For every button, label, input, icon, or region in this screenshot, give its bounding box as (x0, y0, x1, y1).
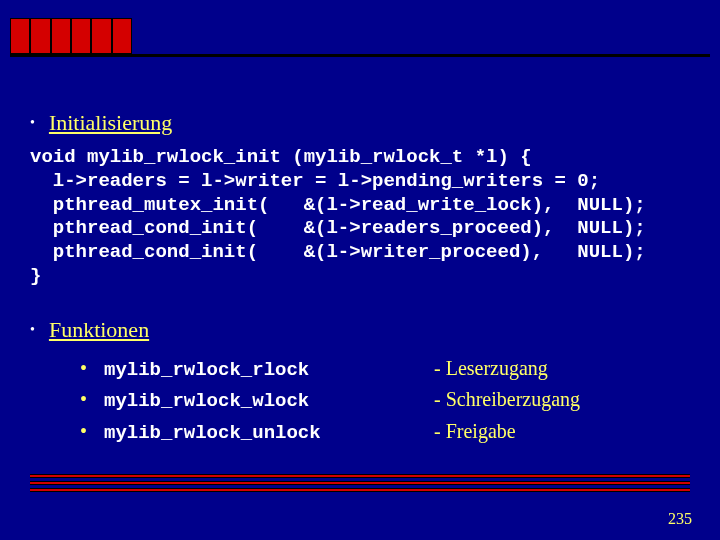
deco-cell (71, 18, 91, 54)
function-desc: - Freigabe (434, 416, 516, 446)
header-rule (10, 54, 710, 57)
bullet-icon: • (80, 416, 104, 446)
header-decoration (10, 18, 132, 54)
list-item: • mylib_rwlock_unlock - Freigabe (80, 416, 690, 448)
section-title-funcs: Funktionen (49, 317, 149, 343)
function-desc: - Leserzugang (434, 353, 548, 383)
page-number: 235 (668, 510, 692, 528)
slide-content: • Initialisierung void mylib_rwlock_init… (30, 110, 690, 447)
bullet-icon: • (80, 384, 104, 414)
deco-cell (10, 18, 30, 54)
deco-cell (112, 18, 132, 54)
function-desc: - Schreiberzugang (434, 384, 580, 414)
bullet-icon: • (80, 353, 104, 383)
code-block-init: void mylib_rwlock_init (mylib_rwlock_t *… (30, 146, 690, 289)
section-heading-funcs: • Funktionen (30, 317, 690, 343)
deco-cell (51, 18, 71, 54)
bullet-icon: • (30, 322, 35, 338)
deco-cell (91, 18, 111, 54)
function-name: mylib_rwlock_unlock (104, 419, 434, 448)
function-list: • mylib_rwlock_rlock - Leserzugang • myl… (80, 353, 690, 448)
deco-line (30, 481, 690, 485)
section-heading-init: • Initialisierung (30, 110, 690, 136)
function-name: mylib_rwlock_wlock (104, 387, 434, 416)
section-title-init: Initialisierung (49, 110, 172, 136)
deco-line (30, 488, 690, 492)
deco-line (30, 474, 690, 478)
deco-cell (30, 18, 50, 54)
bullet-icon: • (30, 115, 35, 131)
footer-decoration (30, 474, 690, 498)
function-name: mylib_rwlock_rlock (104, 356, 434, 385)
list-item: • mylib_rwlock_rlock - Leserzugang (80, 353, 690, 385)
list-item: • mylib_rwlock_wlock - Schreiberzugang (80, 384, 690, 416)
